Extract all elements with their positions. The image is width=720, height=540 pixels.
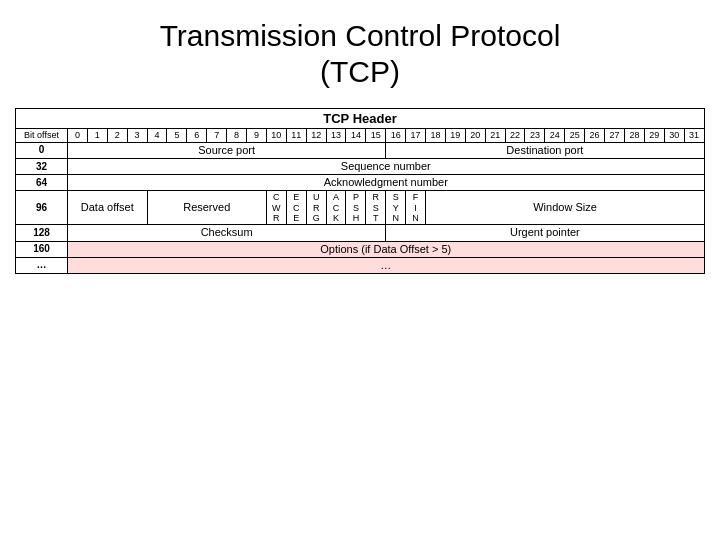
bit-31: 31 bbox=[684, 129, 704, 143]
table-header-label: TCP Header bbox=[15, 108, 705, 128]
bit-9: 9 bbox=[247, 129, 267, 143]
table-row: 160 Options (if Data Offset > 5) bbox=[16, 241, 705, 257]
bit-19: 19 bbox=[445, 129, 465, 143]
offset-label-64: 64 bbox=[16, 175, 68, 191]
offset-label-0: 0 bbox=[16, 142, 68, 158]
rst-flag-cell: RST bbox=[366, 191, 386, 225]
bit-22: 22 bbox=[505, 129, 525, 143]
table-row: 32 Sequence number bbox=[16, 158, 705, 174]
bit-21: 21 bbox=[485, 129, 505, 143]
syn-flag-cell: SYN bbox=[386, 191, 406, 225]
bit-14: 14 bbox=[346, 129, 366, 143]
table-row: 64 Acknowledgment number bbox=[16, 175, 705, 191]
offset-label-160: 160 bbox=[16, 241, 68, 257]
data-offset-cell: Data offset bbox=[68, 191, 148, 225]
bit-number-row: Bit offset 0 1 2 3 4 5 6 7 8 9 10 11 12 … bbox=[16, 129, 705, 143]
bit-16: 16 bbox=[386, 129, 406, 143]
bit-30: 30 bbox=[664, 129, 684, 143]
bit-6: 6 bbox=[187, 129, 207, 143]
bit-20: 20 bbox=[465, 129, 485, 143]
tcp-table-wrapper: TCP Header Bit offset 0 1 2 bbox=[15, 108, 705, 274]
bit-29: 29 bbox=[644, 129, 664, 143]
fin-flag-cell: FIN bbox=[406, 191, 426, 225]
bit-7: 7 bbox=[207, 129, 227, 143]
table-row: 96 Data offset Reserved CWR ECE URG ACK … bbox=[16, 191, 705, 225]
ack-flag-cell: ACK bbox=[326, 191, 346, 225]
bit-8: 8 bbox=[227, 129, 247, 143]
bit-1: 1 bbox=[87, 129, 107, 143]
bit-27: 27 bbox=[605, 129, 625, 143]
ack-number-cell: Acknowledgment number bbox=[68, 175, 705, 191]
table-row: 128 Checksum Urgent pointer bbox=[16, 225, 705, 241]
bit-11: 11 bbox=[286, 129, 306, 143]
bit-5: 5 bbox=[167, 129, 187, 143]
options-cell: Options (if Data Offset > 5) bbox=[68, 241, 705, 257]
seq-number-cell: Sequence number bbox=[68, 158, 705, 174]
bit-13: 13 bbox=[326, 129, 346, 143]
offset-label-96: 96 bbox=[16, 191, 68, 225]
bit-15: 15 bbox=[366, 129, 386, 143]
cwr-flag-cell: CWR bbox=[266, 191, 286, 225]
bit-3: 3 bbox=[127, 129, 147, 143]
bit-12: 12 bbox=[306, 129, 326, 143]
offset-label-32: 32 bbox=[16, 158, 68, 174]
urg-flag-cell: URG bbox=[306, 191, 326, 225]
bit-10: 10 bbox=[266, 129, 286, 143]
bit-2: 2 bbox=[107, 129, 127, 143]
reserved-cell: Reserved bbox=[147, 191, 266, 225]
table-row: 0 Source port Destination port bbox=[16, 142, 705, 158]
bit-25: 25 bbox=[565, 129, 585, 143]
checksum-cell: Checksum bbox=[68, 225, 386, 241]
source-port-cell: Source port bbox=[68, 142, 386, 158]
bit-offset-header: Bit offset bbox=[16, 129, 68, 143]
bit-4: 4 bbox=[147, 129, 167, 143]
ece-flag-cell: ECE bbox=[286, 191, 306, 225]
bit-0: 0 bbox=[68, 129, 88, 143]
offset-label-dots: … bbox=[16, 257, 68, 273]
bit-23: 23 bbox=[525, 129, 545, 143]
tcp-header-table: Bit offset 0 1 2 3 4 5 6 7 8 9 10 11 12 … bbox=[15, 128, 705, 274]
bit-17: 17 bbox=[406, 129, 426, 143]
bit-24: 24 bbox=[545, 129, 565, 143]
offset-label-128: 128 bbox=[16, 225, 68, 241]
window-size-cell: Window Size bbox=[426, 191, 705, 225]
bit-28: 28 bbox=[624, 129, 644, 143]
page: Transmission Control Protocol(TCP) TCP H… bbox=[0, 0, 720, 540]
page-title: Transmission Control Protocol(TCP) bbox=[160, 18, 561, 90]
psh-flag-cell: PSH bbox=[346, 191, 366, 225]
dest-port-cell: Destination port bbox=[386, 142, 704, 158]
bit-18: 18 bbox=[426, 129, 446, 143]
urgent-pointer-cell: Urgent pointer bbox=[386, 225, 704, 241]
bit-26: 26 bbox=[585, 129, 605, 143]
table-row: … … bbox=[16, 257, 705, 273]
dots-cell: … bbox=[68, 257, 705, 273]
